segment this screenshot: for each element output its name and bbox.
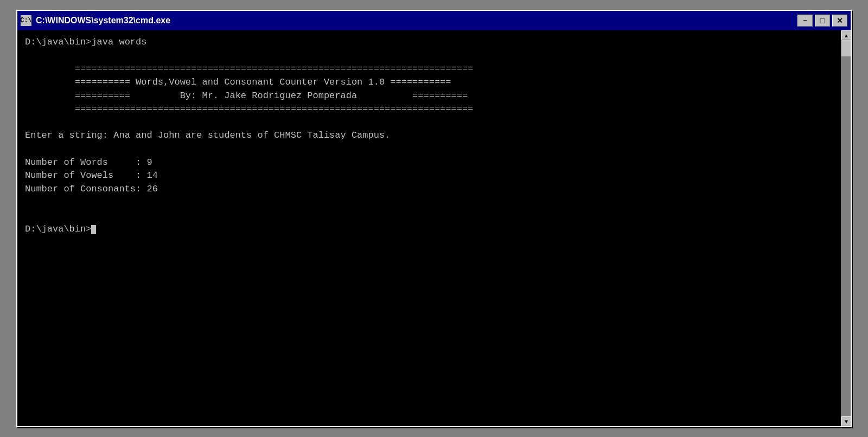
close-button[interactable]: ✕	[832, 15, 847, 27]
scroll-up-button[interactable]: ▲	[841, 30, 851, 40]
scrollbar[interactable]: ▲ ▼	[841, 30, 851, 426]
terminal-prompt-line: D:\java\bin>	[25, 224, 91, 234]
title-bar: C:\ C:\WINDOWS\system32\cmd.exe − □ ✕	[17, 11, 851, 30]
terminal-header-4: ========================================…	[25, 104, 473, 114]
window-body: D:\java\bin>java words =================…	[17, 30, 851, 426]
cmd-window: C:\ C:\WINDOWS\system32\cmd.exe − □ ✕ D:…	[16, 10, 852, 427]
scrollbar-track[interactable]	[841, 40, 851, 416]
terminal-cursor	[91, 225, 96, 234]
terminal-header-3: ========== By: Mr. Jake Rodriguez Pomper…	[25, 91, 468, 101]
terminal-words-line: Number of Words : 9	[25, 157, 152, 168]
scroll-down-button[interactable]: ▼	[841, 416, 851, 426]
terminal-line-1: D:\java\bin>java words	[25, 37, 146, 47]
terminal-consonants-line: Number of Consonants: 26	[25, 184, 158, 194]
maximize-button[interactable]: □	[815, 15, 830, 27]
cmd-icon: C:\	[21, 15, 31, 26]
scrollbar-thumb[interactable]	[841, 40, 851, 56]
terminal-vowels-line: Number of Vowels : 14	[25, 170, 158, 181]
terminal-header-2: ========== Words,Vowel and Consonant Cou…	[25, 77, 451, 87]
terminal-output[interactable]: D:\java\bin>java words =================…	[17, 30, 841, 426]
minimize-button[interactable]: −	[797, 15, 813, 27]
window-controls: − □ ✕	[797, 15, 847, 27]
terminal-header-1: ========================================…	[25, 63, 473, 74]
window-title: C:\WINDOWS\system32\cmd.exe	[36, 16, 170, 25]
terminal-input-line: Enter a string: Ana and John are student…	[25, 130, 390, 140]
title-bar-left: C:\ C:\WINDOWS\system32\cmd.exe	[21, 15, 170, 26]
